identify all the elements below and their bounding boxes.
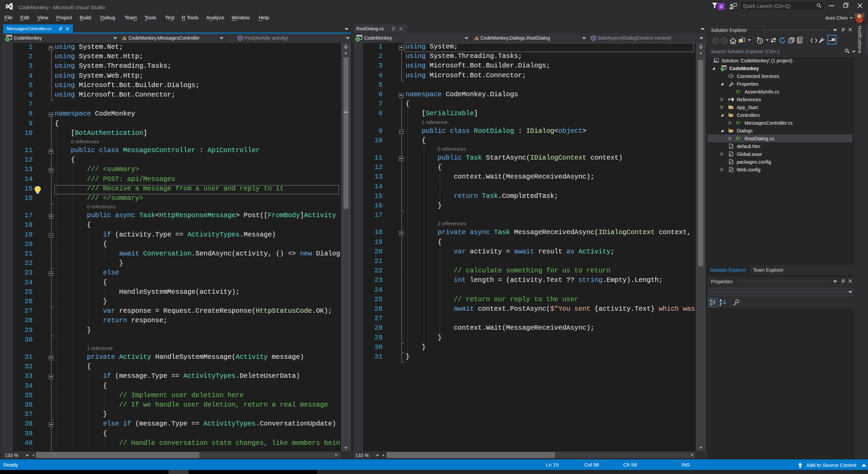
svg-text:A: A (719, 299, 722, 303)
svg-text:Z: Z (719, 303, 722, 306)
svg-text:#: # (739, 121, 741, 124)
svg-text:#: # (739, 89, 741, 93)
svg-text:#: # (739, 136, 741, 140)
